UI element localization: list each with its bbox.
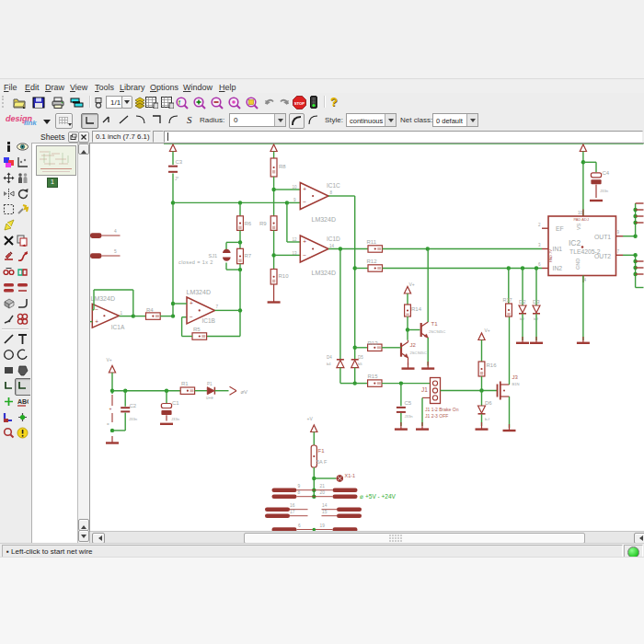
svg-text:12: 12 [293, 237, 298, 242]
svg-text:5: 5 [114, 249, 117, 254]
svg-text:−: − [303, 199, 306, 205]
svg-text:4: 4 [584, 278, 587, 282]
svg-text:3: 3 [538, 243, 541, 247]
svg-text:SJ1: SJ1 [209, 253, 217, 259]
svg-text:LM324D: LM324D [187, 289, 211, 295]
svg-text:IC2: IC2 [569, 238, 581, 247]
svg-text:D2: D2 [519, 299, 526, 305]
svg-text:J33n: J33n [129, 417, 138, 421]
svg-text:15: 15 [322, 510, 328, 514]
svg-text:10: 10 [293, 185, 298, 190]
svg-text:9: 9 [617, 230, 620, 235]
svg-text:T1: T1 [431, 321, 439, 327]
svg-text:PAD 7V: PAD 7V [548, 249, 553, 262]
svg-text:5A F: 5A F [316, 459, 328, 465]
svg-text:V+: V+ [409, 282, 415, 287]
svg-text:VS: VS [576, 223, 581, 230]
svg-text:TLE4205-2: TLE4205-2 [569, 248, 601, 255]
svg-text:R14: R14 [411, 306, 422, 312]
svg-text:+: + [303, 186, 306, 192]
svg-text:ABC: ABC [17, 398, 29, 405]
svg-text:V+: V+ [485, 328, 490, 333]
svg-text:J1: J1 [421, 386, 428, 393]
svg-text:2: 2 [538, 223, 541, 227]
svg-text:C4: C4 [603, 170, 610, 176]
svg-text:R9: R9 [259, 221, 267, 226]
svg-text:R8: R8 [279, 164, 286, 169]
svg-text:+: + [303, 238, 306, 245]
svg-text:+: + [190, 300, 193, 306]
svg-text:P1: P1 [207, 382, 213, 386]
svg-text:GND: GND [575, 259, 581, 270]
svg-text:⌀V: ⌀V [241, 389, 248, 395]
svg-text:R15: R15 [368, 374, 379, 379]
svg-text:C3: C3 [176, 159, 183, 165]
svg-text:20: 20 [320, 490, 326, 495]
svg-text:2SC945C: 2SC945C [429, 329, 445, 334]
svg-text:7: 7 [617, 249, 620, 254]
svg-text:R13: R13 [368, 340, 379, 346]
svg-text:X1-1: X1-1 [345, 473, 356, 478]
svg-text:=: = [107, 422, 109, 427]
svg-text:19: 19 [320, 523, 326, 528]
svg-text:⌀: ⌀ [360, 493, 363, 500]
svg-text:PAD ADJ: PAD ADJ [574, 217, 589, 222]
svg-text:closed = 1x 2: closed = 1x 2 [178, 259, 213, 265]
svg-text:b4: b4 [327, 362, 331, 366]
svg-text:J33n: J33n [600, 189, 609, 193]
svg-text:J1 1-2 Brake On: J1 1-2 Brake On [425, 407, 459, 412]
svg-text:9: 9 [298, 484, 301, 489]
svg-text:1: 1 [121, 311, 123, 316]
svg-text:8: 8 [330, 190, 333, 195]
svg-text:D6: D6 [485, 400, 492, 406]
svg-text:14: 14 [322, 503, 328, 508]
svg-text:+5V - +24V: +5V - +24V [365, 493, 397, 500]
svg-text:4: 4 [114, 229, 117, 234]
svg-text:D4: D4 [327, 355, 332, 360]
svg-text:R12: R12 [367, 259, 378, 264]
svg-text:IC1D: IC1D [327, 236, 340, 242]
svg-text:9: 9 [293, 198, 296, 202]
svg-text:13: 13 [293, 251, 298, 256]
svg-text:+V: +V [307, 416, 314, 421]
svg-text:S: S [187, 114, 192, 125]
svg-text:IN1: IN1 [553, 246, 563, 252]
svg-text:17: 17 [290, 510, 295, 514]
svg-text:2SC945C: 2SC945C [410, 351, 427, 355]
svg-text:+: + [109, 406, 112, 411]
svg-text:IC1C: IC1C [327, 182, 340, 189]
svg-text:STOP: STOP [294, 101, 305, 106]
svg-text:R5: R5 [193, 327, 201, 332]
svg-text:LM324D: LM324D [312, 270, 336, 276]
svg-text:f: f [178, 99, 180, 106]
svg-text:F1: F1 [318, 448, 326, 454]
svg-text:−: − [303, 252, 306, 259]
svg-text:EF: EF [556, 225, 564, 232]
svg-text:C2: C2 [130, 403, 137, 408]
svg-text:OUT1: OUT1 [594, 234, 611, 240]
svg-text:R10: R10 [279, 273, 290, 279]
svg-text:V+: V+ [107, 357, 112, 362]
svg-text:D3: D3 [533, 299, 540, 305]
svg-text:J*: J* [175, 177, 178, 181]
svg-text:R6: R6 [245, 221, 252, 226]
svg-text:IC1A: IC1A [111, 324, 125, 330]
svg-text:7: 7 [216, 305, 219, 309]
svg-text:C1: C1 [172, 400, 179, 406]
svg-text:J1 2-3 OFF: J1 2-3 OFF [425, 413, 448, 419]
svg-text:R7: R7 [245, 253, 252, 259]
svg-text:21: 21 [320, 484, 326, 489]
svg-text:B1N: B1N [512, 382, 520, 386]
svg-text:R17: R17 [503, 297, 512, 303]
svg-text:+: + [95, 318, 98, 325]
svg-text:IN2: IN2 [553, 265, 563, 271]
svg-text:b-f: b-f [485, 417, 490, 421]
svg-text:D5: D5 [358, 355, 363, 360]
svg-text:J33n: J33n [171, 417, 180, 421]
svg-text:R1: R1 [181, 381, 189, 386]
svg-text:C5: C5 [405, 400, 412, 406]
svg-text:J33n: J33n [405, 414, 414, 419]
svg-text:J3: J3 [512, 374, 519, 380]
svg-text:8: 8 [298, 490, 301, 495]
svg-text:14: 14 [329, 244, 335, 248]
